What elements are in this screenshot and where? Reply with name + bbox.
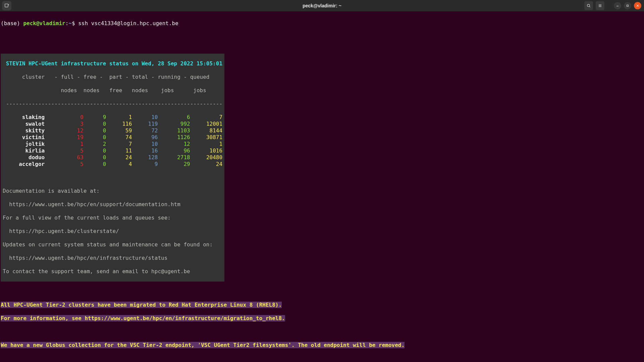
queued-jobs: 24: [190, 161, 222, 167]
queued-jobs: 20480: [190, 154, 222, 161]
maximize-button[interactable]: [624, 2, 631, 9]
full-nodes: 1: [45, 141, 84, 147]
cluster-name: victini: [3, 134, 45, 140]
cluster-row: kirlia 5 0 11 16 96 1016: [3, 147, 222, 154]
free-nodes: 0: [84, 127, 106, 134]
notice-rhel8: For more information, see https://www.ug…: [1, 315, 285, 321]
cluster-row: doduo 63 0 24 128 2718 20480: [3, 154, 222, 161]
motd-doc: Updates on current system status and mai…: [3, 241, 222, 248]
full-nodes: 3: [45, 121, 84, 127]
terminal-viewport[interactable]: (base) peck@vladimir:~$ ssh vsc41334@log…: [0, 11, 644, 362]
queued-jobs: 8144: [190, 127, 222, 134]
motd-columns: cluster - full - free - part - total - r…: [3, 74, 222, 80]
part-free: 1: [106, 114, 132, 120]
motd-separator: ----------------------------------------…: [3, 101, 222, 107]
queued-jobs: 1016: [190, 147, 222, 154]
close-button[interactable]: [634, 2, 641, 9]
total-nodes: 10: [132, 114, 158, 120]
full-nodes: 12: [45, 127, 84, 134]
part-free: 24: [106, 154, 132, 161]
motd-doc: https://www.ugent.be/hpc/en/infrastructu…: [3, 255, 222, 261]
total-nodes: 128: [132, 154, 158, 161]
free-nodes: 0: [84, 134, 106, 140]
total-nodes: 96: [132, 134, 158, 140]
motd-header: STEVIN HPC-UGent infrastructure status o…: [3, 60, 222, 67]
free-nodes: 0: [84, 121, 106, 127]
total-nodes: 16: [132, 147, 158, 154]
cluster-row: slaking 0 9 1 10 6 7: [3, 114, 222, 121]
running-jobs: 1103: [158, 127, 190, 134]
part-free: 116: [106, 121, 132, 127]
cluster-name: slaking: [3, 114, 45, 120]
free-nodes: 9: [84, 114, 106, 120]
free-nodes: 0: [84, 147, 106, 154]
queued-jobs: 7: [190, 114, 222, 120]
cluster-row: accelgor 5 0 4 9 29 24: [3, 161, 222, 168]
new-tab-button[interactable]: [2, 1, 11, 10]
full-nodes: 0: [45, 114, 84, 120]
free-nodes: 0: [84, 161, 106, 167]
running-jobs: 29: [158, 161, 190, 167]
cluster-row: victini 19 0 74 96 1126 30871: [3, 134, 222, 141]
user-host: peck@vladimir: [23, 20, 65, 26]
motd-doc: https://www.ugent.be/hpc/en/support/docu…: [3, 201, 222, 208]
total-nodes: 72: [132, 127, 158, 134]
cwd: ~: [68, 20, 72, 26]
running-jobs: 6: [158, 114, 190, 120]
cluster-name: accelgor: [3, 161, 45, 167]
motd-doc: https://hpc.ugent.be/clusterstate/: [3, 228, 222, 235]
queued-jobs: 1: [190, 141, 222, 147]
notice-rhel8: All HPC-UGent Tier-2 clusters have been …: [1, 302, 282, 308]
queued-jobs: 12001: [190, 121, 222, 127]
titlebar: peck@vladimir: ~: [0, 0, 644, 11]
full-nodes: 63: [45, 154, 84, 161]
part-free: 59: [106, 127, 132, 134]
full-nodes: 5: [45, 147, 84, 154]
svg-rect-9: [627, 5, 629, 7]
running-jobs: 2718: [158, 154, 190, 161]
motd-doc: To contact the support team, send an ema…: [3, 268, 222, 275]
full-nodes: 19: [45, 134, 84, 140]
motd-columns: nodes nodes free nodes jobs jobs: [3, 87, 222, 94]
cluster-name: skitty: [3, 127, 45, 134]
running-jobs: 96: [158, 147, 190, 154]
prompt-line: (base) peck@vladimir:~$ ssh vsc41334@log…: [1, 20, 643, 27]
svg-line-4: [589, 6, 590, 7]
cluster-name: doduo: [3, 154, 45, 161]
svg-point-3: [587, 4, 590, 7]
cluster-row: skitty 12 0 59 72 1103 8144: [3, 127, 222, 134]
total-nodes: 10: [132, 141, 158, 147]
total-nodes: 119: [132, 121, 158, 127]
running-jobs: 992: [158, 121, 190, 127]
motd-doc: Documentation is available at:: [3, 188, 222, 194]
cluster-name: kirlia: [3, 147, 45, 154]
queued-jobs: 30871: [190, 134, 222, 140]
conda-env: (base): [1, 20, 23, 26]
total-nodes: 9: [132, 161, 158, 167]
window-title: peck@vladimir: ~: [0, 3, 644, 8]
notice-globus: We have a new Globus collection for the …: [1, 342, 405, 348]
running-jobs: 1126: [158, 134, 190, 140]
running-jobs: 12: [158, 141, 190, 147]
free-nodes: 2: [84, 141, 106, 147]
motd-doc: For a full view of the current loads and…: [3, 215, 222, 221]
cluster-name: joltik: [3, 141, 45, 147]
ssh-command: ssh vsc41334@login.hpc.ugent.be: [78, 20, 178, 26]
free-nodes: 0: [84, 154, 106, 161]
cluster-row: swalot 3 0 116 119 992 12001: [3, 121, 222, 127]
motd-box: STEVIN HPC-UGent infrastructure status o…: [1, 54, 224, 282]
part-free: 7: [106, 141, 132, 147]
full-nodes: 5: [45, 161, 84, 167]
menu-button[interactable]: [596, 1, 604, 10]
cluster-name: swalot: [3, 121, 45, 127]
part-free: 11: [106, 147, 132, 154]
search-button[interactable]: [584, 1, 593, 10]
part-free: 74: [106, 134, 132, 140]
part-free: 4: [106, 161, 132, 167]
minimize-button[interactable]: [614, 2, 621, 9]
cluster-row: joltik 1 2 7 10 12 1: [3, 141, 222, 147]
svg-rect-0: [5, 4, 8, 7]
